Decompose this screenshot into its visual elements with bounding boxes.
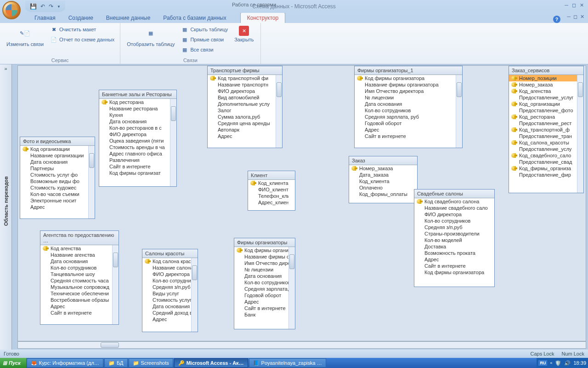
clear-icon: ✖ [50, 26, 57, 33]
word-icon: 📘 [253, 360, 260, 366]
folder-icon: 📁 [108, 360, 115, 366]
tray-chevron-icon[interactable]: « [550, 361, 552, 365]
taskbar-item[interactable]: 📁Screenshots [129, 358, 173, 368]
direct-relations-button[interactable]: ▦Прямые связи [179, 35, 230, 44]
all-relations-icon: ▦ [181, 46, 188, 53]
group-label-tools: Сервис [3, 57, 117, 63]
relationships-canvas[interactable]: 1 ∞ 1 ∞ 1 ∞ 1∞ 1 ∞ 1 1 1∞ 1 ∞ Фото и вид… [17, 65, 586, 341]
scrollbar[interactable] [191, 258, 198, 332]
show-table-button[interactable]: ▦ Отобразить таблицу [123, 24, 178, 49]
status-bar: Готово Caps Lock Num Lock [0, 350, 588, 358]
relationship-report-button[interactable]: 📄Отчет по схеме данных [48, 35, 116, 44]
taskbar-item[interactable]: 📘Poyasnitelnaya_zapiska … [249, 358, 326, 368]
start-button[interactable]: ⊞Пуск [0, 358, 26, 368]
horizontal-scrollbar[interactable] [17, 341, 586, 349]
mdi-restore-icon[interactable]: ◻ [573, 14, 577, 20]
office-button[interactable] [2, 1, 21, 19]
table-photo[interactable]: Фото и видеосьемка Код организации Назва… [20, 137, 95, 219]
navigation-pane-collapsed[interactable]: » Область переходов [0, 64, 12, 350]
windows-logo-icon: ⊞ [3, 360, 7, 366]
nav-pane-label: Область переходов [3, 175, 9, 226]
table-org-1[interactable]: Фирмы организаторы_1 Код фирмы организат… [354, 66, 463, 148]
taskbar-item[interactable]: 📁БД [104, 358, 128, 368]
table-agency[interactable]: Агентства по предоставлению … Код агенст… [40, 230, 119, 325]
table-services[interactable]: Заказ_сервисов Номер_позиции Номер_заказ… [509, 66, 584, 193]
clock[interactable]: 18:39 [573, 360, 586, 366]
hide-table-button[interactable]: ▦Скрыть таблицу [179, 25, 230, 34]
contextual-tab-title: Работа со связями [232, 2, 276, 7]
table-order[interactable]: Заказ Номер_заказа Дата_заказа Код_клиен… [349, 156, 418, 203]
group-label-relations: Связи [123, 57, 257, 63]
edit-relationships-button[interactable]: ✎📄 Изменить связи [3, 24, 47, 49]
scrollbar[interactable] [88, 146, 95, 218]
access-icon: 🔑 [178, 360, 185, 366]
ribbon-tabs: Главная Создание Внешние данные Работа с… [0, 13, 588, 23]
expand-nav-icon[interactable]: » [2, 66, 10, 73]
tab-home[interactable]: Главная [28, 13, 62, 23]
mdi-close-icon[interactable]: ✕ [580, 14, 584, 20]
restore-icon[interactable]: ◻ [571, 2, 577, 9]
report-icon: 📄 [50, 36, 57, 43]
scrollbar[interactable] [170, 99, 176, 186]
tab-external[interactable]: Внешние данные [100, 13, 157, 23]
window-title: Схема данных - Microsoft Access [0, 3, 588, 10]
taskbar: ⊞Пуск 🦊Курс: Информатика (дл… 📁БД 📁Scree… [0, 358, 588, 368]
firefox-icon: 🦊 [31, 360, 37, 366]
minimize-icon[interactable]: ─ [563, 2, 570, 9]
taskbar-item-active[interactable]: 🔑Microsoft Access - Ак… [174, 358, 248, 368]
document-area: » Область переходов 1 ∞ 1 ∞ 1 ∞ 1∞ 1 ∞ 1… [0, 64, 588, 350]
hide-table-icon: ▦ [181, 26, 188, 33]
scrollbar[interactable] [112, 245, 119, 324]
edit-relationships-icon: ✎📄 [18, 26, 33, 40]
table-salon[interactable]: Салоны красоты Код салона красот Названи… [142, 249, 198, 332]
table-wedding[interactable]: Свадебные салоны Код свадебного салона Н… [414, 189, 495, 287]
ribbon: ✎📄 Изменить связи ✖Очистить макет 📄Отчет… [0, 23, 588, 64]
direct-relations-icon: ▦ [181, 36, 188, 43]
taskbar-item[interactable]: 🦊Курс: Информатика (дл… [27, 358, 103, 368]
folder-icon: 📁 [133, 360, 139, 366]
show-table-icon: ▦ [143, 26, 158, 40]
table-banquet[interactable]: Банкетные залы и Рестораны Код ресторана… [99, 90, 177, 187]
help-icon[interactable]: ? [553, 16, 560, 23]
table-transport[interactable]: Транспортые фирмы Код транспортной фи На… [207, 66, 283, 148]
title-bar: 💾 ↶ ↷ ▼ Схема данных - Microsoft Access … [0, 0, 588, 13]
status-ready: Готово [4, 351, 19, 356]
scrollbar[interactable] [577, 75, 583, 193]
all-relations-button[interactable]: ▦Все связи [179, 45, 230, 54]
scrollbar[interactable] [456, 75, 462, 148]
mdi-minimize-icon[interactable]: ─ [567, 14, 571, 20]
status-capslock: Caps Lock [530, 351, 554, 356]
language-indicator[interactable]: RU [538, 360, 547, 366]
close-icon[interactable]: ✕ [578, 2, 585, 9]
tray-icon[interactable]: 🔊 [564, 360, 571, 366]
system-tray[interactable]: RU « 🛡️ 🔊 18:39 [537, 358, 588, 368]
close-button[interactable]: ✕ Закрыть [231, 24, 257, 44]
tab-create[interactable]: Создание [62, 13, 100, 23]
tray-icon[interactable]: 🛡️ [555, 360, 561, 366]
scrollbar[interactable] [276, 75, 282, 148]
clear-layout-button[interactable]: ✖Очистить макет [48, 25, 116, 34]
table-client[interactable]: Клиент Код_клиента ФИО_клиента Телефон_к… [248, 171, 295, 211]
close-relations-icon: ✕ [239, 26, 249, 36]
status-numlock: Num Lock [561, 351, 584, 356]
scrollbar[interactable] [288, 247, 295, 329]
tab-dbtools[interactable]: Работа с базами данных [157, 13, 232, 23]
tab-design[interactable]: Конструктор [240, 12, 285, 23]
table-org[interactable]: Фирмы организаторы Код фирмы организа На… [234, 238, 295, 329]
